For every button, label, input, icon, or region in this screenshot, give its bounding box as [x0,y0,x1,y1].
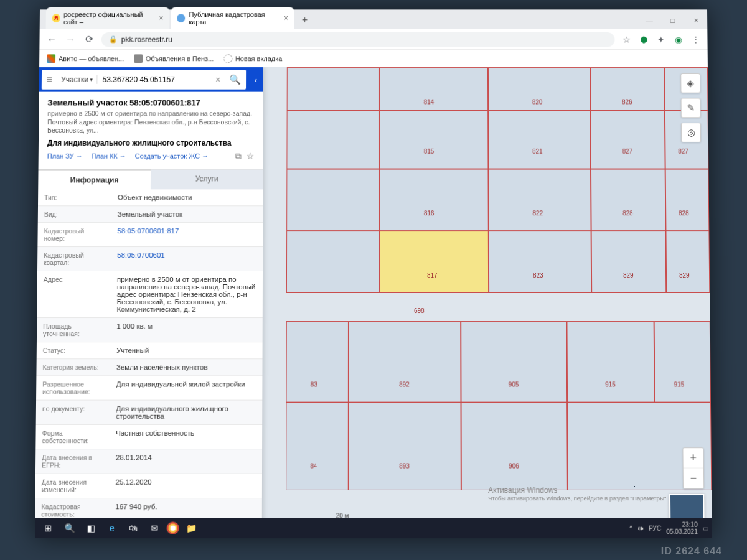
bookmarks-bar: Авито — объявлен... Объявления в Пенз...… [39,50,708,67]
layers-button[interactable]: ◈ [680,73,700,93]
profile-shield-icon[interactable]: ◉ [673,34,684,45]
window-close-button[interactable]: × [685,12,707,29]
chrome-icon[interactable] [167,522,179,534]
search-type-dropdown[interactable]: Участки▾ [57,75,98,84]
forward-icon[interactable]: → [64,34,77,45]
url-input[interactable]: 🔒 pkk.rosreestr.ru [101,32,615,47]
extensions-icon[interactable]: ✦ [655,34,667,45]
parcel-usage: Для индивидуального жилищного строительс… [47,139,255,147]
back-icon[interactable]: ← [45,34,58,45]
reload-icon[interactable]: ⟳ [83,34,95,45]
windows-activation-watermark: Активация Windows Чтобы активировать Win… [488,486,668,502]
pencil-icon: ✎ [687,102,695,113]
grid-icon [134,54,143,63]
crosshair-icon: ◎ [687,127,695,138]
search-input[interactable] [98,75,212,84]
search-icon[interactable]: 🔍 [224,74,246,85]
edge-icon[interactable]: e [103,520,121,536]
chevron-left-icon: ‹ [255,75,257,84]
app-content: 814 820 826 815 821 827 827 816 822 828 … [35,67,712,527]
explorer-icon[interactable]: 📁 [182,520,200,536]
clock-time: 23:10 [666,521,698,528]
bookmark-avito[interactable]: Авито — объявлен... [47,54,124,63]
cadastral-number-link[interactable]: 58:05:0700601:817 [112,223,263,246]
url-text: pkk.rosreestr.ru [121,35,172,44]
monitor-frame: Я росреестр официальный сайт – × Публичн… [35,9,712,538]
window-maximize-button[interactable]: □ [662,12,684,29]
windows-taskbar: ⊞ 🔍 ◧ e 🛍 ✉ 📁 ^ 🕪 РУС 23:10 05.03.2021 ▭ [35,518,712,538]
browser-tabstrip: Я росреестр официальный сайт – × Публичн… [40,9,708,29]
close-icon[interactable]: × [284,14,288,22]
bookmark-penza[interactable]: Объявления в Пенз... [134,54,214,63]
locate-button[interactable]: ◎ [681,123,701,142]
taskbar-search-icon[interactable]: 🔍 [60,520,78,536]
address-bar: ← → ⟳ 🔒 pkk.rosreestr.ru ☆ ⬢ ✦ ◉ ⋮ [39,29,707,50]
collapse-panel-button[interactable]: ‹ [248,67,263,92]
photo-watermark: ID 2624 644 [661,546,722,557]
mail-icon[interactable]: ✉ [145,520,164,536]
lang-indicator[interactable]: РУС [649,525,661,531]
star-icon[interactable]: ☆ [621,34,632,45]
adblock-shield-icon[interactable]: ⬢ [638,34,649,45]
close-icon[interactable]: × [159,14,163,22]
minimap[interactable] [669,494,705,520]
zoom-out-button[interactable]: − [684,469,703,488]
network-icon[interactable]: 🕪 [637,525,644,531]
store-icon[interactable]: 🛍 [124,520,143,536]
clear-icon[interactable]: × [212,75,224,85]
parcel-title: Земельный участок 58:05:0700601:817 [47,98,255,108]
chevron-down-icon: ▾ [90,77,93,83]
search-bar: ≡ Участки▾ × 🔍 ‹ [39,67,263,92]
map-tools: ◈ ✎ ◎ [680,73,701,142]
start-button[interactable]: ⊞ [39,520,57,536]
clock-date: 05.03.2021 [666,528,698,535]
cadastral-quarter-link[interactable]: 58:05:0700601 [112,247,263,271]
menu-icon[interactable]: ≡ [42,74,57,85]
lock-icon: 🔒 [109,35,118,44]
tab-info[interactable]: Информация [38,169,151,189]
layers-icon: ◈ [687,78,694,89]
draw-button[interactable]: ✎ [681,98,701,118]
new-tab-button[interactable]: + [296,11,314,29]
tab-services[interactable]: Услуги [151,169,263,189]
yandex-favicon-icon: Я [52,14,60,22]
info-table: Тип:Объект недвижимости Вид:Земельный уч… [35,189,263,526]
bookmark-newtab[interactable]: Новая вкладка [223,54,282,63]
newtab-icon [223,54,232,63]
selected-parcel: 817 [380,231,489,293]
menu-icon[interactable]: ⋮ [690,34,702,45]
info-panel: ≡ Участки▾ × 🔍 ‹ Земельный участок 58:05… [35,67,263,527]
avito-icon [47,54,55,63]
tab-title: Публичная кадастровая карта [189,11,280,26]
parcel-action-links: План ЗУ → План КК → Создать участок ЖС →… [47,151,255,162]
plan-kk-link[interactable]: План КК → [92,152,126,160]
copy-icon[interactable]: ⧉ [235,151,242,162]
tab-title: росреестр официальный сайт – [63,11,155,26]
zoom-in-button[interactable]: + [683,448,703,468]
plan-zu-link[interactable]: План ЗУ → [47,152,83,160]
browser-tab-inactive[interactable]: Я росреестр официальный сайт – × [46,7,170,29]
create-parcel-link[interactable]: Создать участок ЖС → [135,152,209,160]
browser-tab-active[interactable]: Публичная кадастровая карта × [171,7,294,29]
parcel-subtitle: примерно в 2500 м от ориентира по направ… [47,110,255,135]
notifications-icon[interactable]: ▭ [703,525,708,531]
pkk-favicon-icon [177,14,185,22]
window-minimize-button[interactable]: — [638,12,660,29]
favorite-icon[interactable]: ☆ [247,151,255,162]
tray-chevron-icon[interactable]: ^ [629,525,632,531]
taskview-icon[interactable]: ◧ [82,520,100,536]
zoom-control: + − [682,447,704,489]
